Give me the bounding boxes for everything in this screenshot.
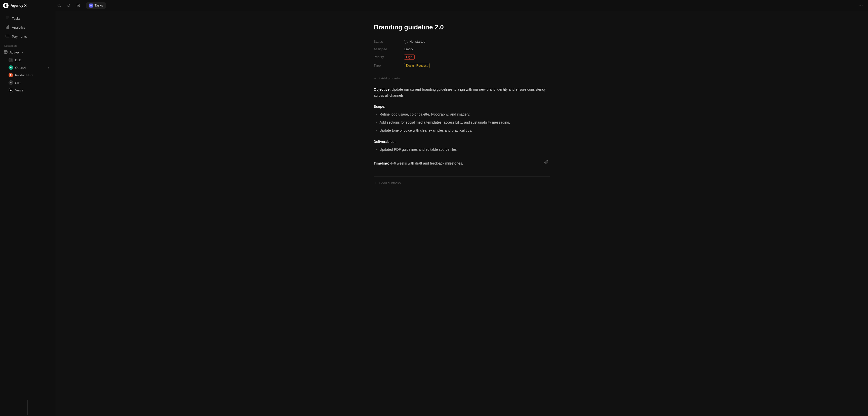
svg-rect-9 (7, 26, 8, 29)
sidebar-item-slite[interactable]: ✦ Slite (1, 79, 54, 86)
svg-rect-12 (6, 36, 9, 36)
brand-logo (3, 3, 8, 8)
slite-label: Slite (15, 81, 21, 85)
task-title: Branding guideline 2.0 (374, 23, 550, 32)
add-subtasks-label: + Add subtasks (378, 181, 401, 185)
active-tab[interactable]: Tasks (86, 2, 106, 9)
sidebar-item-producthunt[interactable]: P ProductHunt (1, 72, 54, 79)
active-group[interactable]: Active (0, 49, 55, 56)
sidebar-payments-label: Payments (12, 35, 27, 38)
deliverables-item-1: Updated PDF guidelines and editable sour… (380, 147, 458, 152)
svg-rect-5 (6, 16, 9, 17)
scope-list: Refine logo usage, color palette, typogr… (374, 111, 550, 134)
sidebar-item-tasks[interactable]: Tasks (1, 14, 54, 23)
svg-rect-10 (8, 25, 9, 29)
avatar-producthunt: P (8, 73, 13, 77)
payments-icon (5, 34, 9, 39)
assignee-row: Assignee Empty (374, 47, 550, 51)
sidebar-item-analytics[interactable]: Analytics (1, 23, 54, 32)
sidebar-analytics-label: Analytics (12, 26, 25, 29)
search-button[interactable] (55, 2, 63, 9)
deliverables-list: Updated PDF guidelines and editable sour… (374, 147, 550, 153)
type-label: Type (374, 64, 404, 67)
scope-item-3: Update tone of voice with clear examples… (380, 128, 472, 133)
priority-row: Priority High (374, 55, 550, 60)
active-chevron-icon (21, 50, 24, 54)
producthunt-label: ProductHunt (15, 73, 33, 77)
timeline-value: 4–6 weeks with draft and feedback milest… (390, 161, 463, 165)
svg-line-2 (60, 6, 61, 7)
notifications-button[interactable] (65, 2, 72, 9)
avatar-slite: ✦ (8, 80, 13, 85)
not-started-icon (404, 40, 408, 44)
list-item: Updated PDF guidelines and editable sour… (374, 147, 550, 153)
scope-item-1: Refine logo usage, color palette, typogr… (380, 111, 470, 117)
scope-heading: Scope: (374, 104, 550, 108)
active-group-label: Active (9, 50, 19, 54)
sidebar-item-payments[interactable]: Payments (1, 32, 54, 41)
brand: Agency X (3, 3, 53, 8)
sidebar-item-vercel[interactable]: Vercel (1, 87, 54, 94)
openai-expand-icon (48, 66, 50, 70)
assignee-label: Assignee (374, 47, 404, 51)
priority-value: High (404, 55, 415, 60)
tab-label: Tasks (95, 3, 103, 7)
analytics-icon (5, 25, 9, 30)
status-label: Status (374, 40, 404, 43)
vercel-label: Vercel (15, 89, 24, 92)
svg-rect-8 (6, 27, 6, 29)
add-subtasks-icon: ＋ (374, 181, 377, 185)
more-options-button[interactable]: ⋯ (857, 2, 865, 9)
task-meta: Status Not started Assignee Empty Priori… (374, 40, 550, 68)
topbar-icons (55, 2, 82, 9)
list-item: Refine logo usage, color palette, typogr… (374, 111, 550, 117)
type-row: Type Design Request (374, 63, 550, 68)
dub-label: Dub (15, 58, 21, 62)
svg-rect-7 (6, 19, 8, 19)
sidebar-tasks-label: Tasks (12, 16, 21, 20)
type-badge[interactable]: Design Request (404, 63, 430, 68)
timeline-row: Timeline: 4–6 weeks with draft and feedb… (374, 159, 550, 166)
tab-icon (89, 3, 93, 7)
sidebar-item-dub[interactable]: Dub (1, 57, 54, 64)
topbar: Agency X Tasks ⋯ (0, 0, 868, 11)
avatar-openai: ✦ (8, 65, 13, 70)
type-value: Design Request (404, 63, 430, 68)
sidebar-item-openai[interactable]: ✦ OpenAI (1, 64, 54, 71)
customers-section-label: Customers (0, 41, 55, 48)
table-icon (4, 50, 7, 55)
sidebar: Tasks Analytics Payments Customers Activ… (0, 0, 55, 416)
add-property-button[interactable]: ＋ + Add property (374, 75, 550, 82)
status-text: Not started (409, 40, 426, 43)
status-row: Status Not started (374, 40, 550, 44)
svg-point-17 (10, 60, 11, 61)
compose-button[interactable] (74, 2, 82, 9)
add-property-label: + Add property (378, 76, 400, 80)
priority-label: Priority (374, 55, 404, 59)
task-detail: Branding guideline 2.0 Status Not starte… (364, 11, 560, 206)
deliverables-heading: Deliverables: (374, 140, 550, 144)
timeline-text: Timeline: 4–6 weeks with draft and feedb… (374, 161, 463, 167)
avatar-vercel (8, 88, 13, 93)
brand-name: Agency X (10, 3, 27, 7)
task-objective: Objective: Update our current branding g… (374, 87, 550, 99)
main-content: Branding guideline 2.0 Status Not starte… (55, 0, 868, 416)
timeline-heading: Timeline: (374, 161, 389, 165)
openai-label: OpenAI (15, 66, 26, 70)
objective-text: Update our current branding guidelines t… (374, 88, 546, 98)
assignee-value: Empty (404, 47, 413, 51)
list-item: Add sections for social media templates,… (374, 119, 550, 126)
scope-item-2: Add sections for social media templates,… (380, 119, 510, 125)
add-property-icon: ＋ (374, 76, 377, 81)
status-value: Not started (404, 40, 426, 44)
attachment-button[interactable] (543, 159, 550, 166)
objective-heading: Objective: (374, 88, 391, 92)
add-subtasks-button[interactable]: ＋ + Add subtasks (374, 176, 550, 186)
list-item: Update tone of voice with clear examples… (374, 128, 550, 134)
priority-badge[interactable]: High (404, 55, 415, 60)
svg-rect-6 (6, 18, 9, 18)
tasks-icon (5, 16, 9, 21)
svg-rect-13 (4, 50, 7, 54)
avatar-dub (8, 58, 13, 62)
